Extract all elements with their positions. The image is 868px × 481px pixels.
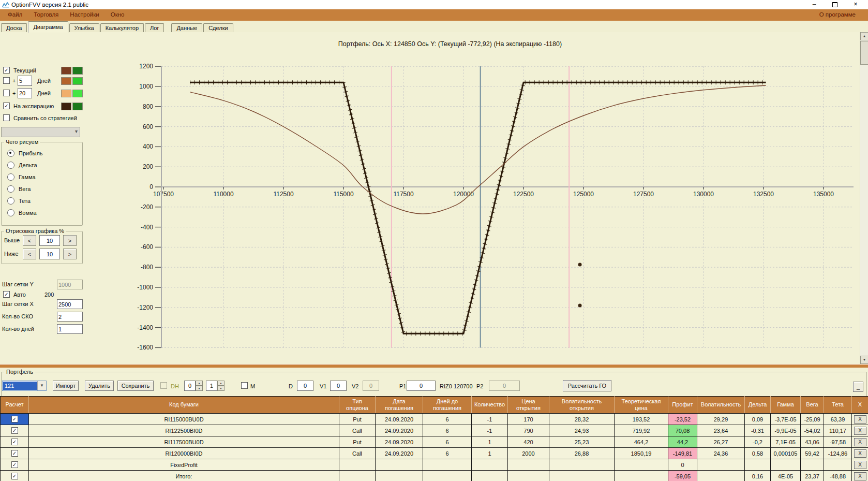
spin-down-icon[interactable]: ▼: [217, 386, 225, 391]
col-header-Тета[interactable]: Тета: [824, 397, 852, 414]
layer-days-input-2[interactable]: [18, 88, 32, 98]
cell-theo_price: [615, 459, 668, 471]
col-header-Дата-погашения[interactable]: Дата погашения: [376, 397, 423, 414]
col-header-X[interactable]: X: [852, 397, 868, 414]
dh-checkbox[interactable]: [160, 382, 167, 389]
menu-item-Файл[interactable]: Файл: [2, 9, 28, 21]
close-button[interactable]: ×: [845, 0, 866, 9]
layer-checkbox-3[interactable]: ✓: [3, 103, 10, 109]
radio-Дельта[interactable]: [7, 162, 14, 169]
scroll-down-icon[interactable]: ▼: [860, 356, 868, 364]
menu-about[interactable]: О программе: [819, 11, 856, 18]
days-count-input[interactable]: [57, 324, 83, 334]
col-header-Дельта[interactable]: Дельта: [745, 397, 771, 414]
menu-bar: ФайлТорговляНастройкиОкно О программе: [0, 9, 868, 21]
col-header-Тип-опциона[interactable]: Тип опциона: [339, 397, 376, 414]
d-input[interactable]: [297, 381, 313, 391]
portfolio-select[interactable]: 121 ▾: [2, 381, 47, 391]
vertical-scrollbar[interactable]: ▲ ▼: [860, 32, 868, 364]
col-header-Цена-открытия[interactable]: Цена открытия: [508, 397, 549, 414]
radio-Прибыль[interactable]: [7, 150, 14, 157]
layer-checkbox-4[interactable]: [3, 114, 10, 121]
row-delete-button[interactable]: X: [854, 461, 866, 469]
radio-Тета[interactable]: [7, 197, 14, 205]
dh-spin2-stepper[interactable]: ▲ ▼: [217, 381, 225, 391]
minimize-button[interactable]: –: [804, 0, 825, 9]
increase-button[interactable]: >: [63, 249, 77, 259]
col-header-Количество[interactable]: Количество: [472, 397, 508, 414]
p2-input[interactable]: [489, 381, 520, 391]
col-header-Дней до-погашения[interactable]: Дней до погашения: [423, 397, 472, 414]
row-checkbox[interactable]: ✓: [11, 473, 18, 479]
dh-spin1-stepper[interactable]: ▲ ▼: [196, 381, 203, 391]
render-input-1[interactable]: [39, 249, 60, 259]
cell-code: Итого:: [29, 471, 339, 481]
row-delete-button[interactable]: X: [854, 472, 866, 480]
row-checkbox[interactable]: ✓: [11, 427, 18, 434]
v2-input[interactable]: [363, 381, 379, 391]
dh-spin2-input[interactable]: [206, 381, 217, 391]
sko-count-input[interactable]: [57, 312, 83, 322]
col-header-Волатильность[interactable]: Волатильность: [697, 397, 745, 414]
cell-vol: [697, 471, 745, 481]
maximize-button[interactable]: [825, 0, 845, 9]
menu-item-Окно[interactable]: Окно: [105, 9, 130, 21]
increase-button[interactable]: >: [63, 235, 77, 246]
spin-up-icon[interactable]: ▲: [217, 381, 225, 386]
menu-item-Настройки[interactable]: Настройки: [64, 9, 104, 21]
render-input-0[interactable]: [39, 235, 60, 246]
cell-vega: -54,02: [801, 425, 824, 436]
row-delete-button[interactable]: X: [854, 415, 866, 424]
v1-input[interactable]: [330, 381, 347, 391]
calc-go-button[interactable]: Рассчитать ГО: [563, 380, 611, 391]
cell-profit: 0: [668, 459, 697, 471]
save-button[interactable]: Сохранить: [117, 381, 154, 391]
cell-theo_price: 1850,19: [615, 448, 668, 459]
col-header-Расчет[interactable]: Расчет: [1, 397, 29, 414]
delete-button[interactable]: Удалить: [85, 381, 114, 391]
col-header-Гамма[interactable]: Гамма: [771, 397, 801, 414]
grid-y-input[interactable]: [57, 280, 83, 289]
decrease-button[interactable]: <: [23, 235, 36, 246]
scrollbar-thumb[interactable]: [860, 41, 868, 65]
decrease-button[interactable]: <: [23, 249, 36, 259]
radio-Вега[interactable]: [7, 185, 14, 193]
menu-item-Торговля[interactable]: Торговля: [28, 9, 64, 21]
spin-up-icon[interactable]: ▲: [196, 381, 203, 386]
row-delete-button[interactable]: X: [854, 438, 866, 446]
spin-down-icon[interactable]: ▼: [196, 386, 203, 391]
p1-input[interactable]: [407, 381, 436, 391]
row-checkbox[interactable]: ✓: [11, 416, 18, 422]
import-button[interactable]: Импорт: [53, 381, 79, 391]
layer-row-0: ✓Текущий: [0, 66, 85, 77]
scroll-up-icon[interactable]: ▲: [860, 32, 868, 40]
layer-checkbox-1[interactable]: [3, 77, 10, 84]
dh-spin1-input[interactable]: [184, 381, 196, 391]
cell-vega: 59,42: [801, 448, 824, 459]
col-header-Профит[interactable]: Профит: [668, 397, 697, 414]
row-delete-button[interactable]: X: [854, 449, 866, 458]
radio-Гамма[interactable]: [7, 173, 14, 181]
section-separator: [0, 364, 868, 368]
v1-label: V1: [320, 383, 326, 389]
col-header-Вега[interactable]: Вега: [801, 397, 824, 414]
col-header-Теоретическая-цена[interactable]: Теоретическая цена: [615, 397, 668, 414]
col-header-Код бумаги[interactable]: Код бумаги: [29, 397, 339, 414]
panel-minimize-button[interactable]: _: [853, 382, 863, 392]
row-checkbox[interactable]: ✓: [11, 439, 18, 445]
layer-days-input-1[interactable]: [18, 76, 32, 86]
row-delete-button[interactable]: X: [854, 427, 866, 435]
radio-Вомма[interactable]: [7, 209, 14, 216]
chevron-down-icon[interactable]: ▾: [37, 381, 46, 390]
auto-checkbox[interactable]: ✓: [3, 291, 10, 298]
row-checkbox[interactable]: ✓: [11, 450, 18, 457]
m-checkbox[interactable]: [241, 382, 248, 389]
tab-Диаграмма[interactable]: Диаграмма: [28, 21, 68, 33]
layer-checkbox-0[interactable]: ✓: [3, 67, 10, 74]
chart-canvas[interactable]: 120010008006004002000-200-400-600-800-10…: [85, 32, 860, 364]
col-header-Волатильность-открытия[interactable]: Волатильность открытия: [549, 397, 615, 414]
layer-checkbox-2[interactable]: [3, 90, 10, 96]
grid-x-input[interactable]: [57, 299, 83, 309]
row-checkbox[interactable]: ✓: [11, 461, 18, 468]
strategy-select[interactable]: ▾: [1, 127, 80, 137]
